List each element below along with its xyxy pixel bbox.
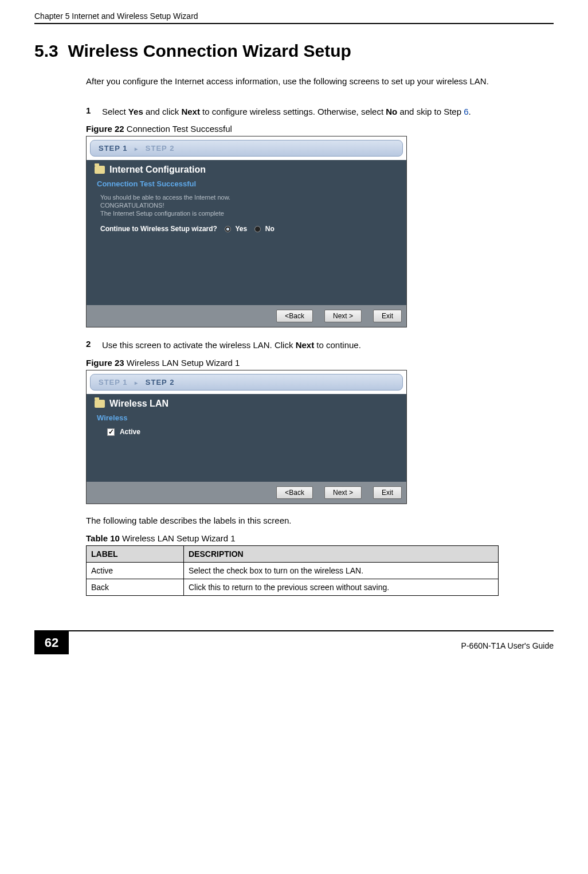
question-text: Continue to Wireless Setup wizard?	[100, 225, 217, 233]
folder-icon	[95, 166, 105, 174]
radio-yes-label: Yes	[235, 225, 247, 233]
figure-22-label: Figure 22 Connection Test Successful	[86, 124, 554, 134]
next-button[interactable]: Next >	[324, 486, 362, 499]
back-button[interactable]: <Back	[276, 486, 313, 499]
table-cell-desc: Select the check box to turn on the wire…	[184, 562, 499, 579]
step-text-1: Select Yes and click Next to configure w…	[102, 106, 471, 119]
intro-text: After you configure the Internet access …	[86, 75, 554, 88]
figure-23-label: Figure 23 Wireless LAN Setup Wizard 1	[86, 358, 554, 368]
step-tab-1[interactable]: STEP 1	[99, 144, 128, 153]
figure-label-bold: Figure 22	[86, 124, 124, 134]
panel-title: Wireless LAN	[109, 399, 168, 409]
step-tab-2[interactable]: STEP 2	[146, 378, 175, 387]
text: Use this screen to activate the wireless…	[102, 340, 296, 350]
back-button[interactable]: <Back	[276, 310, 313, 322]
step-text-2: Use this screen to activate the wireless…	[102, 339, 361, 352]
chevron-right-icon: ▸	[135, 146, 138, 152]
active-checkbox-label: Active	[120, 428, 140, 436]
figure-label-text: Wireless LAN Setup Wizard 1	[124, 358, 240, 368]
chevron-right-icon: ▸	[135, 380, 138, 386]
info-line-1: You should be able to access the Interne…	[100, 194, 398, 201]
section-name: Wireless Connection Wizard Setup	[68, 41, 351, 60]
radio-no[interactable]	[254, 226, 261, 232]
table-header-description: DESCRIPTION	[184, 545, 499, 562]
text-bold: Next	[181, 107, 200, 116]
panel-title: Internet Configuration	[109, 165, 206, 175]
active-checkbox[interactable]: ✓	[107, 428, 115, 436]
next-button[interactable]: Next >	[324, 310, 362, 322]
table-cell-desc: Click this to return to the previous scr…	[184, 579, 499, 595]
exit-button[interactable]: Exit	[373, 486, 402, 499]
text: to continue.	[314, 340, 361, 350]
text: and click	[143, 107, 182, 116]
text: Select	[102, 107, 128, 116]
figure-23-screenshot: STEP 1 ▸ STEP 2 Wireless LAN Wireless ✓ …	[86, 370, 407, 504]
text: to configure wireless settings. Otherwis…	[200, 107, 386, 116]
exit-button[interactable]: Exit	[373, 310, 402, 322]
table-label-bold: Table 10	[86, 533, 120, 543]
table-cell-label: Active	[87, 562, 184, 579]
page-number: 62	[34, 631, 69, 654]
wizard-title-bar: STEP 1 ▸ STEP 2	[90, 140, 403, 157]
blue-heading: Wireless	[97, 413, 398, 422]
table-10: LABEL DESCRIPTION Active Select the chec…	[86, 545, 499, 596]
table-row: Back Click this to return to the previou…	[87, 579, 499, 595]
text-bold: Next	[296, 340, 315, 350]
folder-icon	[95, 400, 105, 408]
step-number-2: 2	[86, 339, 96, 352]
figure-label-text: Connection Test Successful	[124, 124, 232, 134]
text-bold: Yes	[128, 107, 143, 116]
wizard-title-bar: STEP 1 ▸ STEP 2	[90, 374, 403, 391]
section-title: 5.3 Wireless Connection Wizard Setup	[34, 41, 554, 61]
table-cell-label: Back	[87, 579, 184, 595]
table-header-label: LABEL	[87, 545, 184, 562]
text-bold: No	[386, 107, 397, 116]
radio-yes[interactable]	[225, 226, 231, 232]
table-label-text: Wireless LAN Setup Wizard 1	[120, 533, 236, 543]
text: .	[469, 107, 471, 116]
step-link[interactable]: 6	[464, 107, 468, 116]
step-tab-2[interactable]: STEP 2	[146, 144, 175, 153]
figure-22-screenshot: STEP 1 ▸ STEP 2 Internet Configuration C…	[86, 136, 407, 327]
info-line-2: CONGRATULATIONS!	[100, 202, 398, 209]
table-intro-text: The following table describes the labels…	[86, 516, 554, 525]
footer-guide-name: P-660N-T1A User's Guide	[461, 635, 554, 650]
text: and skip to Step	[397, 107, 464, 116]
figure-label-bold: Figure 23	[86, 358, 124, 368]
step-number-1: 1	[86, 106, 96, 119]
section-number: 5.3	[34, 41, 58, 60]
table-10-label: Table 10 Wireless LAN Setup Wizard 1	[86, 533, 554, 543]
step-tab-1[interactable]: STEP 1	[99, 378, 128, 387]
info-line-3: The Internet Setup configuration is comp…	[100, 210, 398, 217]
radio-no-label: No	[265, 225, 275, 233]
table-row: Active Select the check box to turn on t…	[87, 562, 499, 579]
blue-heading: Connection Test Successful	[97, 180, 398, 188]
chapter-header: Chapter 5 Internet and Wireless Setup Wi…	[34, 0, 554, 24]
